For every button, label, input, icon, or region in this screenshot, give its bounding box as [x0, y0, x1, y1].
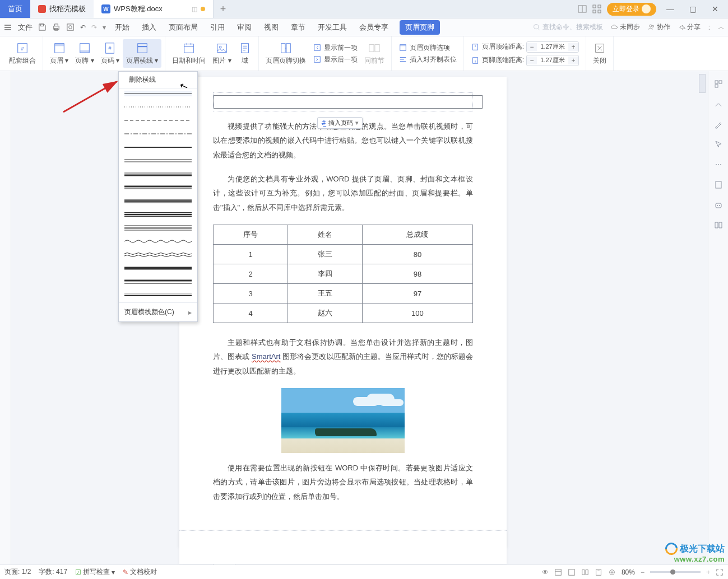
rb-header-line[interactable]: 页眉横线 ▾	[123, 39, 161, 68]
dec-button[interactable]: −	[527, 43, 537, 51]
menu-layout[interactable]: 页面布局	[168, 20, 199, 35]
insert-page-number-popup[interactable]: #̲ 插入页码 ▾	[317, 117, 363, 129]
menu-ref[interactable]: 引用	[209, 20, 226, 35]
zoom-value[interactable]: 80%	[622, 568, 635, 576]
rb-pageno[interactable]: #页码 ▾	[98, 39, 123, 68]
rb-align-tab[interactable]: 插入对齐制表位	[398, 55, 457, 64]
rb-hf-switch[interactable]: 页眉页脚切换	[262, 39, 309, 68]
sidebar-robot-icon[interactable]	[713, 200, 724, 210]
view-mode-3-icon[interactable]	[581, 568, 589, 576]
login-button[interactable]: 立即登录	[607, 3, 656, 16]
fullscreen-icon[interactable]	[716, 568, 724, 576]
sync-status[interactable]: 未同步	[611, 22, 640, 32]
minimap-thumb[interactable]	[699, 74, 706, 93]
collapse-ribbon-icon[interactable]: ︿	[718, 22, 725, 32]
zoom-slider[interactable]	[650, 571, 701, 573]
close-window-button[interactable]: ✕	[707, 4, 724, 13]
save-icon[interactable]	[38, 23, 47, 31]
status-words[interactable]: 字数: 417	[39, 567, 67, 577]
file-menu[interactable]: 文件	[18, 22, 33, 32]
fit-icon[interactable]	[608, 568, 616, 576]
redo-icon[interactable]: ↷	[91, 24, 97, 31]
print-icon[interactable]	[52, 23, 61, 31]
dec-button[interactable]: −	[527, 57, 537, 64]
rb-combo[interactable]: #配套组合	[6, 39, 39, 68]
maximize-button[interactable]: ▢	[684, 4, 701, 13]
apps-icon[interactable]	[592, 4, 601, 13]
rb-show-next[interactable]: 显示后一项	[313, 55, 358, 64]
preview-icon[interactable]	[66, 23, 75, 31]
menu-view[interactable]: 视图	[263, 20, 280, 35]
undo-icon[interactable]: ↶	[80, 24, 86, 31]
tab-home[interactable]: 首页	[0, 0, 30, 18]
command-search[interactable]: 查找命令、搜索模板	[533, 22, 603, 32]
status-page[interactable]: 页面: 1/2	[4, 567, 31, 577]
rb-show-prev[interactable]: 显示前一项	[313, 43, 358, 53]
minimize-button[interactable]: —	[662, 4, 679, 13]
coop-button[interactable]: 协作	[648, 22, 670, 32]
sidebar-select-icon[interactable]	[713, 139, 724, 150]
sidebar-settings-icon[interactable]	[713, 79, 724, 89]
status-spell[interactable]: ☑拼写检查 ▾	[75, 567, 115, 577]
status-proof[interactable]: ✎文档校对	[123, 567, 157, 577]
line-style-dashed[interactable]	[124, 118, 192, 123]
view-mode-1-icon[interactable]	[554, 568, 562, 576]
menu-insert[interactable]: 插入	[141, 20, 157, 35]
sidebar-style-icon[interactable]	[713, 99, 724, 109]
menu-header-footer[interactable]: 页眉页脚	[400, 20, 440, 35]
line-style-dashdot[interactable]	[124, 131, 192, 137]
sidebar-clip-icon[interactable]	[713, 180, 724, 190]
view-mode-2-icon[interactable]	[568, 568, 576, 576]
rb-field[interactable]: 域	[235, 39, 255, 68]
line-style-wavy[interactable]	[124, 239, 192, 244]
sidebar-pen-icon[interactable]	[713, 119, 724, 129]
top-dist-spinner[interactable]: −1.27厘米+	[526, 41, 579, 53]
rb-close[interactable]: 关闭	[590, 39, 610, 68]
rb-footer[interactable]: 页脚 ▾	[72, 39, 97, 68]
line-style-wavy-double[interactable]	[124, 252, 192, 258]
sidebar-more-icon[interactable]: ⋯	[713, 160, 724, 170]
rb-same-prev[interactable]: 同前节	[361, 39, 388, 68]
view-mode-4-icon[interactable]	[595, 568, 602, 576]
line-style-triple[interactable]	[124, 198, 192, 204]
svg-rect-40	[400, 45, 406, 46]
menu-start[interactable]: 开始	[114, 20, 131, 35]
line-style-quad[interactable]	[124, 225, 192, 231]
menu-member[interactable]: 会员专享	[358, 20, 389, 35]
view-eye-icon[interactable]: 👁	[542, 568, 549, 576]
line-style-emboss[interactable]	[124, 292, 192, 298]
hamburger-icon[interactable]	[3, 23, 12, 32]
qat-dropdown-icon[interactable]: ▾	[103, 24, 106, 31]
line-color-option[interactable]: 页眉横线颜色(C) ▸	[119, 302, 197, 321]
rb-hf-options[interactable]: 页眉页脚选项	[398, 43, 457, 53]
svg-rect-75	[716, 203, 721, 208]
rb-header[interactable]: 页眉 ▾	[47, 39, 72, 68]
zoom-in-button[interactable]: +	[706, 568, 710, 576]
menu-dev[interactable]: 开发工具	[317, 20, 348, 35]
rb-picture[interactable]: 图片 ▾	[209, 39, 234, 68]
menu-review[interactable]: 审阅	[236, 20, 253, 35]
inc-button[interactable]: +	[568, 57, 578, 64]
header-area[interactable]	[213, 92, 473, 111]
sidebar-book-icon[interactable]	[713, 220, 724, 230]
share-button[interactable]: 分享	[678, 22, 701, 32]
line-style-dotted[interactable]	[124, 104, 192, 110]
zoom-out-button[interactable]: −	[641, 568, 644, 576]
line-style-double[interactable]	[124, 158, 192, 164]
line-style-medium[interactable]	[124, 144, 192, 150]
bottom-dist-spinner[interactable]: −1.27厘米+	[526, 55, 579, 66]
line-style-thick-double[interactable]	[124, 212, 192, 217]
line-style-thick-thin[interactable]	[124, 185, 192, 190]
status-bar: 页面: 1/2 字数: 417 ☑拼写检查 ▾ ✎文档校对 👁 80% − +	[0, 564, 728, 579]
line-style-gradient-thick[interactable]	[124, 279, 192, 284]
inc-button[interactable]: +	[568, 43, 578, 51]
rb-datetime[interactable]: 日期和时间	[169, 39, 209, 68]
header-content-box[interactable]	[214, 95, 483, 109]
menu-chapter[interactable]: 章节	[290, 20, 307, 35]
tab-document[interactable]: W WPS教程.docx ◫	[94, 0, 214, 18]
line-style-heavy[interactable]	[124, 265, 192, 271]
tab-template[interactable]: 找稻壳模板	[30, 0, 94, 18]
layout-switch-icon[interactable]	[578, 4, 587, 13]
new-tab-button[interactable]: +	[214, 0, 233, 18]
line-style-thin-thick[interactable]	[124, 171, 192, 177]
